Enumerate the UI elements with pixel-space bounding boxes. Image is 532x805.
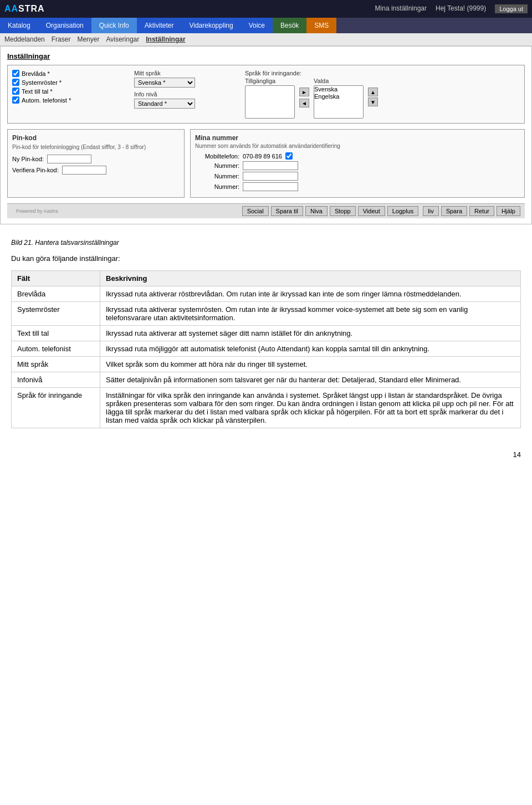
pin-desc: Pin-kod för telefoninlogging (Endast sif… (12, 144, 180, 150)
text-till-tal-checkbox[interactable] (12, 88, 19, 95)
table-cell-beskrivning: Ikryssad ruta aktiverar röstbrevlådan. O… (100, 286, 521, 302)
autom-telefonist-label: Autom. telefonist * (22, 97, 71, 104)
table-header-beskrivning: Beskrivning (100, 271, 521, 286)
mina-nummer-title: Mina nummer (195, 134, 520, 142)
mina-nummer-desc: Nummer som används för automatisk använd… (195, 143, 520, 149)
footer-logplus[interactable]: Logplus (387, 206, 419, 216)
checkbox-systemroster: Systemröster * (12, 79, 123, 86)
arrow-down-btn[interactable]: ▼ (368, 98, 378, 106)
subnav-meddelanden[interactable]: Meddelanden (4, 35, 45, 43)
table-cell-beskrivning: Inställningar för vilka språk den inring… (100, 388, 521, 428)
checkboxes-section: Brevlåda * Systemröster * Text till tal … (12, 70, 123, 119)
tillgangliga-list[interactable] (245, 85, 295, 119)
nav-aktiviteter[interactable]: Aktiviteter (137, 18, 182, 33)
mitt-sprak-label: Mitt språk (134, 70, 234, 76)
table-cell-beskrivning: Ikryssad ruta möjliggör att automatisk t… (100, 341, 521, 357)
ny-pin-input[interactable] (47, 155, 91, 163)
footer-retur[interactable]: Retur (469, 206, 494, 216)
verifiera-pin-input[interactable] (62, 166, 106, 175)
nav-bar: Katalog Organisation Quick Info Aktivite… (0, 18, 532, 33)
settings-title: Inställningar (7, 52, 525, 60)
footer-sparatil[interactable]: Spara til (271, 206, 303, 216)
footer-left: Powered by Aastra (12, 206, 63, 216)
mitt-sprak-group: Mitt språk Svenska * (134, 70, 234, 88)
footer-spara[interactable]: Spara (441, 206, 467, 216)
mobiltelefon-checkbox[interactable] (285, 152, 293, 160)
table-row: Text till talIkryssad ruta aktiverar att… (12, 326, 521, 341)
mitt-sprak-select[interactable]: Svenska * (134, 78, 195, 88)
footer-stopp[interactable]: Stopp (330, 206, 356, 216)
mobiltelefon-label: Mobiltelefon: (195, 153, 239, 160)
doc-content: Bild 21. Hantera talsvarsinställningar D… (0, 230, 532, 450)
table-cell-falt: Språk för inringande (12, 388, 100, 428)
checkbox-autom-telefonist: Autom. telefonist * (12, 96, 123, 104)
table-header-falt: Fält (12, 271, 100, 286)
arrow-left-btn[interactable]: ◄ (299, 99, 309, 107)
tillgangliga-box: Tillgängliga (245, 78, 295, 119)
table-row: SystemrösterIkryssad ruta aktiverar syst… (12, 302, 521, 326)
language-lists-section: Tillgängliga ► ◄ Valda Svenska Engelska (245, 78, 520, 119)
footer-social[interactable]: Social (242, 206, 269, 216)
sprak-section: Språk för inringande: Tillgängliga ► ◄ V… (245, 70, 520, 119)
sprak-inringande-label: Språk för inringande: (245, 70, 520, 76)
nummer-label-1: Nummer: (195, 162, 239, 169)
text-till-tal-label: Text till tal * (22, 88, 53, 95)
nav-voice[interactable]: Voice (241, 18, 273, 33)
subnav-fraser[interactable]: Fraser (52, 35, 71, 43)
table-cell-beskrivning: Ikryssad ruta aktiverar att systemet säg… (100, 326, 521, 341)
nummer-row-1: Nummer: (195, 161, 520, 170)
logout-button[interactable]: Logga ut (495, 4, 528, 13)
info-niva-select[interactable]: Standard * (134, 99, 195, 109)
sub-nav: Meddelanden Fraser Menyer Aviseringar In… (0, 33, 532, 46)
info-table: Fält Beskrivning BrevlådaIkryssad ruta a… (11, 270, 521, 428)
nummer-input-3[interactable] (243, 182, 298, 191)
lang-arrows: ► ◄ (299, 78, 309, 107)
checkbox-brevlada: Brevlåda * (12, 70, 123, 77)
brevlada-label: Brevlåda * (22, 70, 50, 77)
logo: AASTRA (4, 4, 45, 14)
autom-telefonist-checkbox[interactable] (12, 96, 19, 104)
footer-liv[interactable]: liv (423, 206, 438, 216)
arrow-up-btn[interactable]: ▲ (368, 88, 378, 96)
brevlada-checkbox[interactable] (12, 70, 19, 77)
nummer-input-1[interactable] (243, 161, 298, 170)
systemroster-checkbox[interactable] (12, 79, 19, 86)
table-cell-falt: Infonivå (12, 372, 100, 388)
nav-besok[interactable]: Besök (273, 18, 306, 33)
settings-panel: Inställningar Brevlåda * Systemröster * (0, 46, 532, 224)
nummer-input-2[interactable] (243, 172, 298, 181)
footer-videut[interactable]: Videut (358, 206, 385, 216)
table-row: Språk för inringandeInställningar för vi… (12, 388, 521, 428)
tillgangliga-label: Tillgängliga (245, 78, 295, 84)
language-niva-section: Mitt språk Svenska * Info nivå Standard … (134, 70, 234, 119)
my-settings-link[interactable]: Mina inställningar (375, 4, 427, 13)
footer-niva[interactable]: Niva (305, 206, 328, 216)
table-row: Mitt språkVilket språk som du kommer att… (12, 357, 521, 372)
nav-quick-info[interactable]: Quick Info (91, 18, 137, 33)
table-cell-falt: Systemröster (12, 302, 100, 326)
systemroster-label: Systemröster * (22, 79, 62, 86)
subnav-aviseringar[interactable]: Aviseringar (106, 35, 139, 43)
top-links: Mina inställningar Hej Testa! (9999) Log… (375, 4, 528, 13)
table-row: Autom. telefonistIkryssad ruta möjliggör… (12, 341, 521, 357)
valda-label: Valda (314, 78, 364, 84)
subnav-installningar[interactable]: Inställningar (146, 35, 185, 43)
powered-by: Powered by Aastra (12, 207, 63, 215)
mina-nummer-box: Mina nummer Nummer som används för autom… (190, 129, 525, 198)
footer-bar: Powered by Aastra Social Spara til Niva … (7, 203, 525, 218)
subnav-menyer[interactable]: Menyer (77, 35, 99, 43)
footer-right: Social Spara til Niva Stopp Videut Logpl… (242, 206, 520, 216)
nav-organisation[interactable]: Organisation (38, 18, 91, 33)
table-cell-beskrivning: Sätter detaljnivån på informationen som … (100, 372, 521, 388)
table-cell-falt: Text till tal (12, 326, 100, 341)
table-cell-falt: Brevlåda (12, 286, 100, 302)
nav-katalog[interactable]: Katalog (0, 18, 38, 33)
arrow-right-btn[interactable]: ► (299, 88, 309, 96)
settings-box: Brevlåda * Systemröster * Text till tal … (7, 65, 525, 124)
valda-list[interactable]: Svenska Engelska (314, 85, 364, 119)
nav-sms[interactable]: SMS (306, 18, 336, 33)
info-niva-group: Info nivå Standard * (134, 91, 234, 109)
nav-vidarekoppling[interactable]: Vidarekoppling (181, 18, 241, 33)
footer-hjalp[interactable]: Hjälp (497, 206, 520, 216)
verifiera-pin-label: Verifiera Pin-kod: (12, 167, 59, 173)
